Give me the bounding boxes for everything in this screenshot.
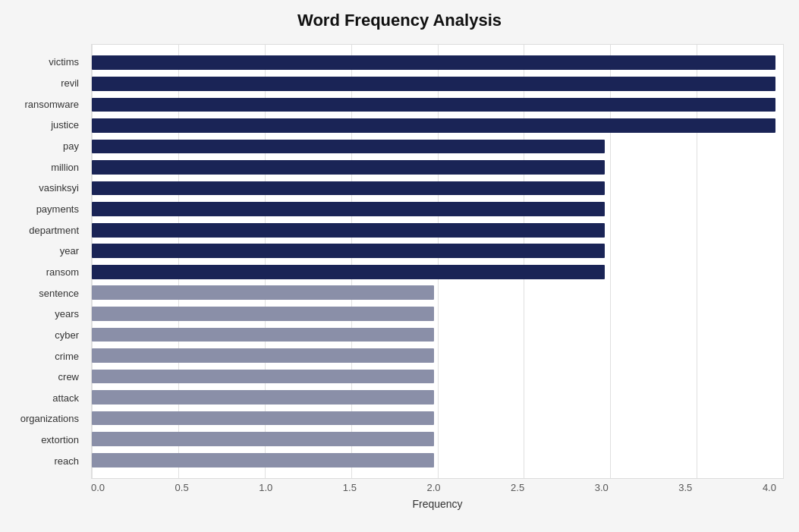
bar-row bbox=[92, 52, 775, 74]
bar-row bbox=[92, 199, 775, 220]
bar-pay bbox=[92, 140, 605, 154]
x-tick: 3.0 bbox=[595, 482, 609, 493]
x-tick: 4.0 bbox=[763, 482, 776, 493]
x-ticks: 0.00.51.01.52.02.53.03.54.0 bbox=[91, 479, 784, 493]
x-tick: 1.0 bbox=[259, 482, 272, 493]
y-label: sentence bbox=[0, 282, 83, 304]
bar-row bbox=[92, 94, 775, 115]
y-label: department bbox=[0, 219, 83, 241]
bar-revil bbox=[92, 77, 775, 91]
x-tick: 2.0 bbox=[426, 482, 440, 493]
y-label: ransom bbox=[0, 262, 83, 283]
bar-cyber bbox=[92, 328, 434, 342]
bar-victims bbox=[92, 55, 775, 70]
bar-row bbox=[92, 219, 775, 241]
y-label: crime bbox=[0, 345, 83, 367]
bar-row bbox=[92, 115, 775, 137]
bar-row bbox=[92, 157, 775, 178]
bar-department bbox=[92, 223, 605, 238]
y-label: revil bbox=[0, 73, 83, 94]
bar-row bbox=[92, 408, 775, 429]
y-label: justice bbox=[0, 115, 83, 136]
bar-organizations bbox=[92, 411, 434, 426]
bar-payments bbox=[92, 202, 605, 216]
bar-attack bbox=[92, 390, 434, 405]
y-axis-labels: victimsrevilransomwarejusticepaymillionv… bbox=[0, 44, 90, 479]
bar-row bbox=[92, 74, 775, 95]
bar-row bbox=[92, 282, 775, 304]
grid-line bbox=[783, 45, 784, 478]
y-label: extortion bbox=[0, 430, 83, 451]
bar-row bbox=[92, 387, 775, 408]
x-tick: 1.5 bbox=[343, 482, 357, 493]
bar-justice bbox=[92, 118, 775, 133]
y-label: million bbox=[0, 156, 83, 178]
y-label: payments bbox=[0, 199, 83, 220]
y-label: years bbox=[0, 304, 83, 325]
bar-row bbox=[92, 136, 775, 157]
chart-title: Word Frequency Analysis bbox=[0, 11, 799, 30]
x-tick: 0.0 bbox=[91, 482, 105, 493]
bar-row bbox=[92, 178, 775, 199]
chart-area bbox=[91, 44, 784, 479]
bar-row bbox=[92, 366, 775, 387]
x-axis: 0.00.51.01.52.02.53.03.54.0 Frequency bbox=[91, 479, 784, 532]
bars-wrapper bbox=[92, 45, 783, 478]
bar-row bbox=[92, 345, 775, 367]
x-axis-label: Frequency bbox=[91, 498, 784, 510]
bar-reach bbox=[92, 453, 434, 467]
chart-container: Word Frequency Analysis victimsrevilrans… bbox=[0, 0, 799, 532]
y-label: pay bbox=[0, 136, 83, 157]
bar-ransom bbox=[92, 265, 605, 279]
y-label: attack bbox=[0, 388, 83, 409]
y-label: vasinksyi bbox=[0, 178, 83, 199]
y-label: ransomware bbox=[0, 93, 83, 115]
bar-extortion bbox=[92, 432, 434, 446]
bar-million bbox=[92, 160, 605, 175]
bar-crew bbox=[92, 370, 434, 384]
bar-ransomware bbox=[92, 98, 775, 112]
bar-year bbox=[92, 244, 605, 258]
y-label: year bbox=[0, 241, 83, 262]
x-tick: 2.5 bbox=[511, 482, 524, 493]
x-tick: 3.5 bbox=[678, 482, 692, 493]
bar-sentence bbox=[92, 285, 434, 300]
bar-row bbox=[92, 429, 775, 450]
y-label: crew bbox=[0, 367, 83, 388]
bar-row bbox=[92, 241, 775, 262]
bar-row bbox=[92, 324, 775, 345]
bar-row bbox=[92, 449, 775, 471]
bar-years bbox=[92, 307, 434, 321]
bar-row bbox=[92, 261, 775, 282]
y-label: cyber bbox=[0, 325, 83, 346]
y-label: victims bbox=[0, 52, 83, 73]
bar-vasinksyi bbox=[92, 181, 605, 196]
x-tick: 0.5 bbox=[175, 482, 189, 493]
y-label: organizations bbox=[0, 408, 83, 430]
bar-row bbox=[92, 304, 775, 325]
bar-crime bbox=[92, 348, 434, 363]
y-label: reach bbox=[0, 450, 83, 471]
